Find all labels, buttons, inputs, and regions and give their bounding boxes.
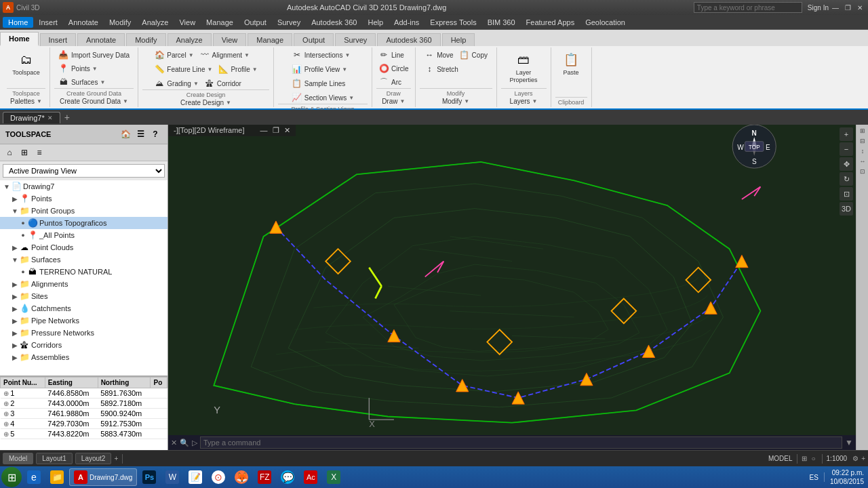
corridor-button[interactable]: 🛣 Corridor [202,77,243,89]
expand-puntos[interactable]: ● [19,219,27,227]
tree-node-sites[interactable]: ▶ 📁 Sites [0,290,167,302]
paste-button[interactable]: 📋 Paste [559,49,583,78]
vp-zoom-out-btn[interactable]: − [840,142,853,156]
layer-properties-button[interactable]: 🗃 Layer Properties [504,49,543,85]
table-row[interactable]: ⊕ 27443.0000m5892.7180m [1,399,167,409]
tab-manage[interactable]: Manage [248,33,292,46]
create-ground-data-button[interactable]: Create Ground Data ▼ [58,97,130,106]
profile-button[interactable]: 📐 Profile ▼ [216,63,259,75]
vp-orbit-btn[interactable]: ↻ [840,172,853,186]
ts-home-btn[interactable]: ⌂ [3,146,16,159]
toolspace-button[interactable]: 🗂 Toolspace [9,49,43,78]
vp-zoom-in-btn[interactable]: + [840,127,853,141]
menu-addins[interactable]: Add-ins [389,17,425,28]
palettes-button[interactable]: Palettes ▼ [8,97,44,106]
points-button[interactable]: 📍 Points ▼ [56,62,100,75]
vp-close-btn[interactable]: ✕ [284,126,290,134]
tree-node-alignments[interactable]: ▶ 📁 Alignments [0,278,167,290]
vp-extents-btn[interactable]: ⊡ [840,187,853,201]
tree-node-catchments[interactable]: ▶ 💧 Catchments [0,302,167,314]
menu-home[interactable]: Home [3,17,33,28]
add-layout-btn[interactable]: + [114,455,118,462]
drawing-canvas[interactable]: Y X N S W E TOP [168,125,856,435]
vp-3d-btn[interactable]: 3D [840,202,853,216]
menu-autodesk360[interactable]: Autodesk 360 [306,17,362,28]
tree-node-pressure-networks[interactable]: ▶ 📁 Pressure Networks [0,327,167,339]
feature-line-button[interactable]: 📏 Feature Line ▼ [152,63,214,75]
rt-btn-1[interactable]: ⊞ [858,126,867,136]
tab-output[interactable]: Output [294,33,334,46]
close-button[interactable]: ✕ [854,3,865,12]
ts-grid-btn[interactable]: ⊞ [18,146,31,159]
menu-output[interactable]: Output [239,17,272,28]
tree-node-surfaces[interactable]: ▼ 📁 Surfaces [0,253,167,266]
tree-node-all-points[interactable]: ● 📍 _All Points [0,229,167,241]
section-views-button[interactable]: 📈 Section Views ▼ [290,92,357,104]
cmd-search-icon[interactable]: 🔍 [180,439,189,447]
rt-btn-2[interactable]: ⊟ [858,136,867,146]
import-survey-button[interactable]: 📥 Import Survey Data [56,49,132,61]
plus-icon[interactable]: + [861,455,865,462]
search-input[interactable] [694,2,802,13]
taskbar-autocad[interactable]: A Drawing7.dwg [69,468,137,486]
taskbar-filezilla[interactable]: FZ [254,469,275,485]
menu-bim360[interactable]: BIM 360 [482,17,521,28]
toolspace-list-button[interactable]: ☰ [134,127,147,141]
tab-insert[interactable]: Insert [40,33,77,46]
copy-button[interactable]: 📋 Copy [457,49,490,61]
draw-dropdown-button[interactable]: Draw ▼ [380,97,407,106]
menu-manage[interactable]: Manage [201,17,239,28]
gear-icon[interactable]: ⚙ [852,455,859,462]
layout2-tab[interactable]: Layout2 [75,453,112,464]
circle-button[interactable]: ⭕ Circle [376,62,411,75]
profile-view-button[interactable]: 📊 Profile View ▼ [290,63,350,75]
expand-points[interactable]: ▶ [11,195,19,203]
start-button[interactable]: ⊞ [1,467,22,487]
table-row[interactable]: ⊕ 57443.8220m5883.4730m [1,429,167,439]
taskbar-photoshop[interactable]: Ps [138,469,160,485]
menu-view[interactable]: View [174,17,201,28]
menu-featuredapps[interactable]: Featured Apps [521,17,580,28]
expand-pipe-networks[interactable]: ▶ [11,317,19,325]
sample-lines-button[interactable]: 📋 Sample Lines [290,77,348,89]
cmd-arrow-icon[interactable]: ▼ [845,438,853,447]
tree-node-point-groups[interactable]: ▼ 📁 Point Groups [0,205,167,217]
expand-pressure-networks[interactable]: ▶ [11,329,19,337]
sign-in-label[interactable]: Sign In [808,4,829,12]
menu-expresstools[interactable]: Express Tools [425,17,481,28]
menu-survey[interactable]: Survey [272,17,306,28]
tree-node-pipe-networks[interactable]: ▶ 📁 Pipe Networks [0,314,167,327]
line-button[interactable]: ✏ Line [376,49,411,61]
expand-catchments[interactable]: ▶ [11,304,19,312]
tab-autodesk360[interactable]: Autodesk 360 [377,33,440,46]
ts-list-btn[interactable]: ≡ [33,146,46,159]
new-tab-button[interactable]: + [60,112,74,123]
menu-geolocation[interactable]: Geolocation [580,17,631,28]
expand-terreno[interactable]: ● [19,268,27,276]
expand-surfaces[interactable]: ▼ [11,256,19,264]
tab-view[interactable]: View [213,33,247,46]
tab-help[interactable]: Help [442,33,475,46]
taskbar-ie[interactable]: e [23,469,45,485]
taskbar-excel[interactable]: X [323,469,344,485]
toolspace-help-button[interactable]: ? [149,127,162,141]
table-row[interactable]: ⊕ 47429.7030m5912.7530m [1,419,167,429]
tab-annotate[interactable]: Annotate [77,33,125,46]
tree-node-point-clouds[interactable]: ▶ ☁ Point Clouds [0,241,167,253]
layers-dropdown-button[interactable]: Layers ▼ [508,97,540,106]
surfaces-button[interactable]: 🏔 Surfaces ▼ [56,76,107,88]
rt-btn-3[interactable]: ↕ [858,146,867,156]
tab-modify[interactable]: Modify [126,33,165,46]
grid-btn[interactable]: ⊞ [802,455,807,462]
expand-point-clouds[interactable]: ▶ [11,243,19,251]
layout1-tab[interactable]: Layout1 [36,453,73,464]
taskbar-firefox[interactable]: 🦊 [231,469,252,485]
expand-all-points[interactable]: ● [19,231,27,239]
taskbar-notepad[interactable]: 📝 [184,469,206,485]
taskbar-skype[interactable]: 💬 [277,469,298,485]
expand-assemblies[interactable]: ▶ [11,353,19,361]
grading-button[interactable]: ⛰ Grading ▼ [152,77,201,89]
expand-point-groups[interactable]: ▼ [11,207,19,215]
modify-dropdown-button[interactable]: Modify ▼ [440,97,471,106]
rt-btn-5[interactable]: ⊡ [858,167,867,176]
